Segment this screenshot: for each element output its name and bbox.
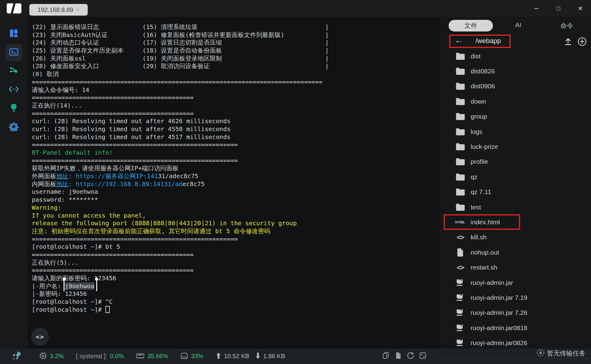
file-name: profile (471, 158, 488, 165)
file-icon (455, 248, 465, 257)
status-bar-left: 3.2% [ systemd ]: 0.0% 35.66% (0, 348, 440, 364)
selection-handle-left[interactable] (64, 280, 64, 291)
file-item-ruoyi-admin.jar0826[interactable]: ruoyi-admin.jar0826 (440, 335, 591, 348)
folder-item-group[interactable]: group (440, 109, 591, 124)
memory-icon (136, 352, 145, 361)
left-sidebar (0, 17, 28, 348)
cpu-icon (39, 352, 47, 361)
folder-icon (455, 188, 465, 196)
network-stat: 10.52 KB 1.86 KB (215, 352, 285, 360)
file-item-restart.sh[interactable]: <>restart.sh (440, 260, 591, 275)
panel-tabs: 文件 AI 命令 (440, 17, 591, 35)
terminal-line: 外网面板地址: https://服务器公网IP:14131/adec8c75 (32, 172, 440, 180)
terminal-cursor (105, 306, 110, 313)
sidebar-item-connections[interactable] (5, 63, 22, 80)
file-name: test (471, 204, 481, 211)
back-arrow-icon[interactable]: ← (455, 36, 463, 45)
file-item-index.html[interactable]: HTMLindex.html (440, 215, 591, 230)
folder-icon (455, 173, 465, 181)
folder-item-qz-7.11[interactable]: qz 7.11 (440, 185, 591, 200)
file-item-ruoyi-admin.jar-7.26[interactable]: ruoyi-admin.jar 7.26 (440, 305, 591, 320)
selected-text[interactable]: j9oehwoa (65, 282, 94, 290)
folder-item-test[interactable]: test (440, 200, 591, 215)
session-tab-title: 192.168.8.89 (38, 6, 73, 13)
terminal-line: ========================================… (32, 94, 440, 102)
terminal-line: (22) 显示面板错误日志(15) 清理系统垃圾| (32, 23, 440, 31)
status-bar: 3.2% [ systemd ]: 0.0% 35.66% (0, 348, 591, 364)
gear-icon (9, 122, 19, 133)
html-icon: HTML (455, 220, 465, 224)
code-icon: <> (455, 263, 465, 271)
file-item-ruoyi-admin.jar-7.19[interactable]: ruoyi-admin.jar 7.19 (440, 290, 591, 305)
current-path: /webapp (475, 37, 501, 45)
terminal-line: 内网面板地址: https://192.168.8.89:14131/adec8… (32, 180, 440, 188)
folder-item-qz[interactable]: qz (440, 169, 591, 184)
memory-value: 35.66% (147, 353, 168, 360)
terminal-line: password: ******** (32, 196, 440, 204)
file-name: dist (471, 53, 481, 60)
terminal-line: (26) 关闭面板ssl(19) 关闭面板登录地区限制| (32, 55, 440, 63)
folder-item-logs[interactable]: logs (440, 124, 591, 139)
upload-icon[interactable] (563, 37, 573, 47)
paste-icon[interactable] (395, 352, 402, 361)
session-tab[interactable]: 192.168.8.89 × (29, 4, 88, 16)
folder-item-dist0826[interactable]: dist0826 (440, 64, 591, 79)
folder-item-profile[interactable]: profile (440, 154, 591, 169)
folder-icon (455, 82, 465, 90)
terminal-line: BT-Panel default info! (32, 149, 440, 157)
file-name: luck-prize (471, 143, 498, 150)
screenshot-icon[interactable] (419, 352, 427, 361)
tab-files[interactable]: 文件 (449, 20, 493, 31)
terminal-line: 请输入新的面板密码: 123456 (32, 274, 440, 282)
file-name: qz 7.11 (471, 188, 491, 196)
file-item-ruoyi-admin.jar0818[interactable]: ruoyi-admin.jar0818 (440, 320, 591, 335)
file-item-nohup.out[interactable]: nohup.out (440, 245, 591, 260)
selection-handle-right[interactable] (96, 280, 97, 291)
sidebar-item-dashboard[interactable] (5, 25, 22, 42)
file-name: ruoyi-admin.jar0826 (471, 339, 527, 347)
folder-item-dist0906[interactable]: dist0906 (440, 79, 591, 94)
folder-icon (455, 158, 465, 166)
folder-icon (455, 203, 465, 211)
terminal-line: 获取外网IP失败，请使用服务器公网IP+端口访问面板 (32, 164, 440, 172)
file-name: dist0906 (471, 83, 495, 90)
folder-item-luck-prize[interactable]: luck-prize (440, 139, 591, 154)
tab-close-icon[interactable]: × (76, 7, 80, 13)
terminal-line: ========================================… (32, 267, 440, 274)
file-item-kill.sh[interactable]: <>kill.sh (440, 230, 591, 245)
tab-commands[interactable]: 命令 (560, 21, 573, 30)
folder-icon (455, 143, 465, 151)
transfer-download-icon (537, 349, 545, 358)
sidebar-item-terminal[interactable] (5, 44, 22, 61)
terminal-line: curl: (28) Resolving timed out after 455… (32, 125, 440, 133)
minimize-icon[interactable]: ─ (532, 5, 540, 13)
maximize-icon[interactable]: □ (554, 5, 562, 13)
folder-item-down[interactable]: down (440, 94, 591, 109)
sidebar-item-tips[interactable] (5, 100, 22, 117)
file-name: ruoyi-admin.jar0818 (471, 324, 527, 332)
terminal-line: ========================================… (32, 251, 440, 259)
close-icon[interactable]: ✕ (576, 5, 584, 13)
terminal-line: |-新密码: 123456 (32, 290, 440, 298)
terminal-output[interactable]: (22) 显示面板错误日志(15) 清理系统垃圾|(23) 关闭BasicAut… (28, 17, 440, 348)
rocket-icon[interactable] (11, 350, 22, 362)
sidebar-item-snippets[interactable] (5, 81, 22, 98)
sidebar-item-settings[interactable] (5, 119, 22, 136)
add-icon[interactable] (578, 37, 587, 47)
quick-command-button[interactable]: <> (31, 328, 49, 346)
memory-stat: 35.66% (136, 352, 168, 361)
terminal-line: [root@localhost ~]# ^C (32, 298, 440, 306)
folder-item-dist[interactable]: dist (440, 49, 591, 64)
file-name: nohup.out (471, 249, 499, 256)
terminal-actions (382, 348, 427, 364)
file-name: ruoyi-admin.jar 7.26 (471, 309, 527, 316)
tab-ai[interactable]: AI (515, 21, 521, 29)
transfer-row[interactable]: 暂无传输任务 (537, 348, 585, 358)
copy-icon[interactable] (382, 352, 390, 361)
file-item-ruoyi-admin.jar[interactable]: ruoyi-admin.jar (440, 275, 591, 290)
refresh-icon[interactable] (407, 352, 414, 361)
terminal-line: 正在执行(14)... (32, 102, 440, 110)
terminal-line: (23) 关闭BasicAuth认证(16) 修复面板(检查错误并更新面板文件到… (32, 31, 440, 39)
file-list: distdist0826dist0906downgrouplogsluck-pr… (440, 49, 591, 348)
terminal-line: 请输入命令编号: 14 (32, 86, 440, 94)
